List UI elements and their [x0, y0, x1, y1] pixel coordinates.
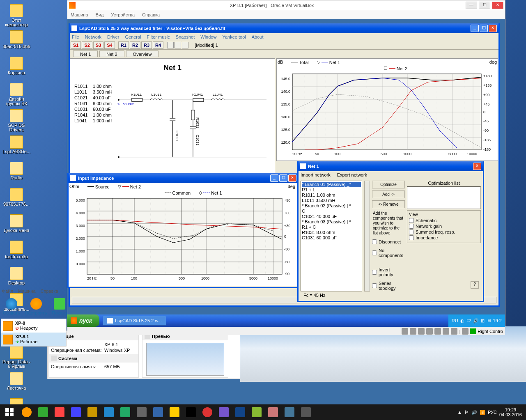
taskbar-app-icon[interactable]	[18, 404, 35, 420]
status-icon[interactable]	[451, 328, 457, 335]
tray-icon[interactable]: 🔊	[473, 318, 479, 324]
menu-machine[interactable]: Машина	[71, 12, 88, 17]
schematic-checkbox[interactable]	[409, 218, 414, 223]
taskbar-app-icon[interactable]	[265, 404, 281, 420]
desktop-icon[interactable]: Radio	[2, 162, 31, 186]
menu-snapshot[interactable]: Snapshot	[176, 34, 195, 39]
menu-devices[interactable]: Устройства	[111, 12, 135, 17]
s1-button[interactable]: S1	[71, 41, 81, 49]
taskbar-app-icon[interactable]	[101, 404, 117, 420]
r1-button[interactable]: R1	[118, 41, 129, 49]
menu-help[interactable]: Справка	[142, 12, 160, 17]
desktop-icon[interactable]: Pepper Data - 6 Ярлык	[2, 346, 31, 370]
status-icon[interactable]	[434, 328, 441, 335]
tool-icon[interactable]	[182, 42, 188, 48]
minimize-button[interactable]: _	[270, 174, 278, 182]
menu-window[interactable]: Window	[200, 34, 216, 39]
minimize-button[interactable]: _	[471, 25, 479, 32]
menu-help[interactable]: Справка	[41, 289, 58, 294]
optimize-button[interactable]: Optimize	[372, 181, 405, 188]
desktop-icon[interactable]: Корзина	[2, 57, 31, 81]
desktop-icon[interactable]: 907651776...	[2, 188, 31, 213]
status-icon[interactable]	[443, 328, 449, 335]
maximize-button[interactable]: ☐	[479, 2, 490, 9]
taskbar-app-icon[interactable]	[232, 404, 248, 420]
xp-start-button[interactable]: пуск	[67, 314, 99, 327]
tray-lang[interactable]: РУС	[488, 410, 497, 415]
minimize-button[interactable]: —	[466, 2, 477, 9]
tray-icon[interactable]: ⊞	[481, 318, 485, 324]
close-button[interactable]: ×	[288, 174, 296, 182]
menu-file[interactable]: File	[72, 34, 79, 39]
r2-button[interactable]: R2	[130, 41, 140, 49]
maximize-button[interactable]: ☐	[480, 25, 488, 32]
help-button[interactable]: ?	[471, 281, 479, 289]
menu-view[interactable]: Вид	[96, 12, 104, 17]
taskbar-app-icon[interactable]	[150, 404, 166, 420]
branch-list[interactable]: * Branch 01 (Passive) _* R1 + L R1011 1.…	[301, 181, 362, 291]
impedance-checkbox[interactable]	[409, 235, 414, 240]
menu-import[interactable]: Import network	[301, 172, 331, 177]
tray-icon[interactable]: 🏳	[464, 410, 469, 415]
desktop-icon[interactable]: Дизайн группы ВК	[2, 83, 31, 108]
taskbar-app-icon[interactable]	[166, 404, 183, 420]
taskbar-app-icon[interactable]	[117, 404, 133, 420]
taskbar-app-icon[interactable]	[281, 404, 298, 420]
summed-freq-checkbox[interactable]	[409, 230, 414, 234]
maximize-button[interactable]: ☐	[279, 174, 287, 182]
close-button[interactable]: ×	[473, 163, 481, 170]
tab-overview[interactable]: Overview	[126, 50, 159, 57]
show-button[interactable]: Показа	[52, 298, 67, 315]
desktop-icon[interactable]: Днюха меня	[2, 214, 31, 239]
taskbar-app[interactable]: LspCAD Std 5.25 2 w...	[103, 316, 166, 326]
status-icon[interactable]	[410, 328, 416, 335]
status-icon[interactable]	[426, 328, 433, 335]
desktop-icon[interactable]: Ласточка	[2, 372, 31, 397]
taskbar-app-icon[interactable]	[183, 404, 199, 420]
tray-icon[interactable]: 🔊	[471, 410, 477, 415]
disconnect-checkbox[interactable]	[372, 239, 377, 244]
scrollbar[interactable]	[364, 181, 370, 291]
remove-button[interactable]: <- Remove	[372, 200, 405, 208]
r3-button[interactable]: R3	[141, 41, 152, 49]
menu-machine[interactable]: Машина	[18, 289, 36, 294]
create-button[interactable]: Создать	[3, 298, 20, 315]
taskbar-app-icon[interactable]	[298, 404, 314, 420]
tray-time[interactable]: 19:2	[493, 318, 502, 323]
windows-start-button[interactable]	[0, 404, 18, 420]
menu-filter-music[interactable]: Filter music	[147, 34, 170, 39]
r4-button[interactable]: R4	[153, 41, 163, 49]
status-icon[interactable]	[402, 328, 408, 335]
no-components-checkbox[interactable]	[372, 250, 377, 255]
optimization-list[interactable]	[407, 186, 481, 209]
tray-icon[interactable]: ▲	[457, 410, 462, 415]
taskbar-app-icon[interactable]	[248, 404, 265, 420]
desktop-icon[interactable]: 35ac-016.bb6	[2, 30, 31, 55]
tray-lang[interactable]: RU	[452, 318, 458, 323]
tab-net1[interactable]: Net 1	[73, 50, 98, 57]
add-button[interactable]: Add ->	[372, 190, 405, 198]
s3-button[interactable]: S3	[93, 41, 103, 49]
desktop-icon[interactable]: Этот компьютер	[2, 4, 31, 29]
series-topology-checkbox[interactable]	[372, 283, 377, 288]
taskbar-app-icon[interactable]	[35, 404, 51, 420]
s2-button[interactable]: S2	[82, 41, 92, 49]
tray-clock[interactable]: 19:2904.03.2016	[499, 407, 522, 417]
menu-export[interactable]: Export network	[337, 172, 367, 177]
vm-list-item[interactable]: XP-8.1➜ Работае	[1, 333, 66, 346]
desktop-icon[interactable]: LspLAB3De...	[2, 135, 31, 160]
tool-icon[interactable]	[167, 42, 174, 48]
menu-driver[interactable]: Driver	[107, 34, 119, 39]
tray-icon[interactable]: ◐	[460, 318, 464, 324]
network-gain-checkbox[interactable]	[409, 224, 414, 229]
tab-net2[interactable]: Net 2	[99, 50, 124, 57]
menu-network[interactable]: Network	[85, 34, 101, 39]
s4-button[interactable]: S4	[104, 41, 115, 49]
menu-about[interactable]: About	[252, 34, 264, 39]
tray-icon[interactable]: 🛡	[466, 318, 471, 323]
menu-general[interactable]: General	[125, 34, 141, 39]
tray-icon[interactable]: 📶	[480, 410, 485, 415]
menu-yankee[interactable]: Yankee tool	[222, 34, 246, 39]
taskbar-app-icon[interactable]	[133, 404, 150, 420]
vm-list-item[interactable]: XP-8⊘ Недосту	[1, 319, 66, 333]
